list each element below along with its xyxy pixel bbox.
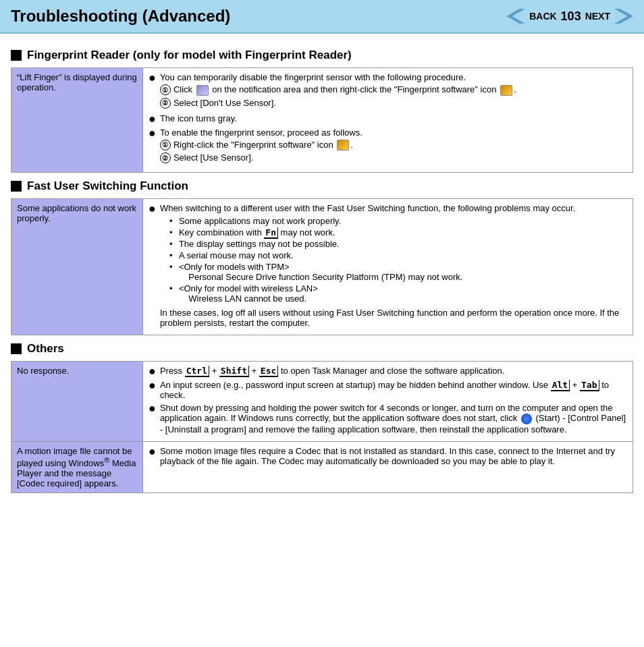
list-item: <Only for models with TPM> Personal Secu… — [169, 262, 627, 282]
main-content: Fingerprint Reader (only for model with … — [0, 34, 644, 504]
fn-key: Fn — [264, 227, 278, 239]
page-header: Troubleshooting (Advanced) BACK 103 NEXT — [0, 0, 644, 34]
esc-key: Esc — [259, 366, 278, 377]
others-bullet-2: ● An input screen (e.g., password input … — [149, 380, 627, 400]
list-item: Key combination with Fn may not work. — [169, 227, 627, 237]
step-1a: ① Click on the notification area and the… — [160, 84, 516, 96]
others-table: No response. ● Press Ctrl + Shift + Esc … — [11, 361, 633, 493]
notification-icon — [196, 85, 209, 96]
fingerprint-row: “Lift Finger” is displayed during operat… — [11, 68, 633, 173]
alt-key: Alt — [551, 380, 570, 391]
fast-user-left: Some applications do not work properly. — [11, 199, 143, 335]
fingerprint-left: “Lift Finger” is displayed during operat… — [11, 68, 143, 173]
ctrl-key: Ctrl — [185, 366, 209, 377]
page-number: 103 — [561, 9, 581, 24]
others-left-1: No response. — [11, 362, 143, 442]
others-row-1: No response. ● Press Ctrl + Shift + Esc … — [11, 362, 633, 442]
tab-key: Tab — [580, 380, 599, 391]
list-item: <Only for model with wireless LAN> Wirel… — [169, 283, 627, 304]
bullet-icon: ● — [149, 202, 156, 215]
fast-user-title: Fast User Switching Function — [27, 179, 188, 193]
fingerprint-icon — [500, 85, 512, 96]
others-row-2: A motion image file cannot be played usi… — [11, 441, 633, 493]
fingerprint-bullet-2: ● The icon turns gray. — [149, 113, 627, 125]
bullet-icon: ● — [149, 402, 156, 414]
fingerprint-bullet-3: ● To enable the fingerprint sensor, proc… — [149, 128, 627, 166]
bullet-icon: ● — [149, 113, 156, 125]
fingerprint-icon-2 — [337, 140, 349, 150]
others-right-2: ● Some motion image files require a Code… — [143, 441, 633, 493]
others-right-1: ● Press Ctrl + Shift + Esc to open Task … — [143, 362, 633, 442]
fast-user-bullet-1: ● When switching to a different user wit… — [149, 203, 627, 328]
bullet-icon: ● — [149, 445, 156, 457]
others-section-header: Others — [11, 342, 633, 356]
section-bullet-icon — [11, 50, 22, 61]
bullet-icon: ● — [149, 72, 156, 84]
page-title: Troubleshooting (Advanced) — [11, 7, 230, 26]
section-bullet-icon-3 — [11, 343, 22, 354]
bullet-icon: ● — [149, 127, 156, 139]
list-item: Some applications may not work properly. — [169, 216, 627, 226]
navigation: BACK 103 NEXT — [506, 9, 633, 24]
fast-user-section-header: Fast User Switching Function — [11, 179, 633, 193]
list-item: A serial mouse may not work. — [169, 250, 627, 260]
section-bullet-icon-2 — [11, 181, 22, 192]
others-title: Others — [27, 342, 64, 356]
fingerprint-table: “Lift Finger” is displayed during operat… — [11, 67, 633, 173]
fingerprint-right: ● You can temporarily disable the finger… — [143, 68, 633, 173]
next-label[interactable]: NEXT — [585, 11, 610, 22]
fingerprint-bullet-1: ● You can temporarily disable the finger… — [149, 72, 627, 111]
fast-user-sublist: Some applications may not work properly.… — [169, 216, 627, 304]
step-1b: ② Select [Don't Use Sensor]. — [160, 98, 516, 109]
step-3a: ① Right-click the "Fingerprint software"… — [160, 140, 363, 151]
fingerprint-title: Fingerprint Reader (only for model with … — [27, 49, 352, 62]
back-label[interactable]: BACK — [529, 11, 556, 22]
back-arrow[interactable] — [506, 9, 525, 24]
others-bullet-4: ● Some motion image files require a Code… — [149, 446, 627, 466]
fingerprint-section-header: Fingerprint Reader (only for model with … — [11, 49, 633, 62]
windows-icon — [521, 414, 532, 424]
bullet-icon: ● — [149, 379, 156, 391]
others-left-2: A motion image file cannot be played usi… — [11, 441, 143, 493]
fast-user-row: Some applications do not work properly. … — [11, 199, 633, 335]
svg-marker-1 — [618, 11, 626, 21]
next-arrow[interactable] — [614, 9, 633, 24]
fast-user-right: ● When switching to a different user wit… — [143, 199, 633, 335]
fast-user-table: Some applications do not work properly. … — [11, 198, 633, 335]
bullet-icon: ● — [149, 365, 156, 377]
others-bullet-1: ● Press Ctrl + Shift + Esc to open Task … — [149, 366, 627, 377]
others-bullet-3: ● Shut down by pressing and holding the … — [149, 403, 627, 434]
step-3b: ② Select [Use Sensor]. — [160, 152, 363, 163]
svg-marker-0 — [513, 11, 521, 21]
shift-key: Shift — [219, 366, 249, 377]
list-item: The display settings may not be possible… — [169, 239, 627, 249]
fast-user-conclusion: In these cases, log off all users withou… — [160, 308, 627, 328]
